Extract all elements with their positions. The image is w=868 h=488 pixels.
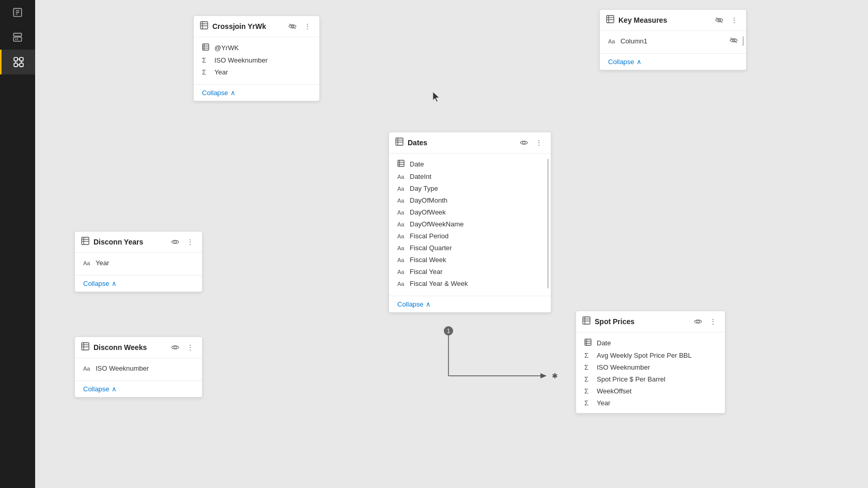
sigma-icon-sp4: Σ xyxy=(584,387,593,395)
text-icon-km: Aa xyxy=(608,38,616,44)
spot-prices-field-spotprice-label: Spot Price $ Per Barrel xyxy=(597,375,665,383)
sidebar-item-report[interactable] xyxy=(0,0,35,25)
crossjoin-eye-btn[interactable] xyxy=(286,22,299,30)
text-icon-9: Aa xyxy=(397,269,406,275)
dates-table-icon xyxy=(395,138,404,148)
dates-field-date: Date xyxy=(389,158,551,171)
dates-field-dayofmonth: Aa DayOfMonth xyxy=(389,194,551,206)
key-measures-field-column1-label: Column1 xyxy=(621,37,647,45)
sidebar xyxy=(0,0,35,488)
crossjoin-body: @YrWK Σ ISO Weeknumber Σ Year xyxy=(194,37,319,82)
key-measures-collapse-btn[interactable]: Collapse ∧ xyxy=(608,58,642,66)
dates-field-fiscalquarter: Aa Fiscal Quarter xyxy=(389,242,551,254)
disconn-years-collapse-btn[interactable]: Collapse ∧ xyxy=(83,280,117,287)
svg-rect-64 xyxy=(585,339,591,345)
disconn-years-title: Disconn Years xyxy=(94,238,165,246)
crossjoin-actions: ⋮ xyxy=(286,21,313,32)
sigma-icon-sp5: Σ xyxy=(584,399,593,407)
spot-prices-field-year-label: Year xyxy=(597,399,610,407)
key-measures-more-btn[interactable]: ⋮ xyxy=(729,15,740,25)
svg-text:✱: ✱ xyxy=(552,372,558,380)
svg-rect-32 xyxy=(396,138,403,145)
disconn-weeks-title: Disconn Weeks xyxy=(94,343,165,352)
dates-more-btn[interactable]: ⋮ xyxy=(533,138,545,148)
dates-field-daytype: Aa Day Type xyxy=(389,182,551,194)
svg-rect-8 xyxy=(14,57,18,61)
crossjoin-header: Crossjoin YrWk ⋮ xyxy=(194,16,319,37)
svg-marker-68 xyxy=(433,92,439,102)
dates-collapse-btn[interactable]: Collapse ∧ xyxy=(397,300,431,308)
disconn-years-body: Aa Year xyxy=(75,253,202,273)
spot-prices-field-avg: Σ Avg Weekly Spot Price Per BBL xyxy=(576,349,725,361)
key-measures-body: Aa Column1 xyxy=(600,31,746,51)
sidebar-item-data[interactable] xyxy=(0,25,35,50)
spot-prices-body: Date Σ Avg Weekly Spot Price Per BBL Σ I… xyxy=(576,332,725,413)
spot-prices-header: Spot Prices ⋮ xyxy=(576,311,725,332)
svg-rect-37 xyxy=(398,160,404,166)
key-measures-header: Key Measures ⋮ xyxy=(600,10,746,31)
crossjoin-more-btn[interactable]: ⋮ xyxy=(302,21,313,32)
key-icon-dates xyxy=(397,160,406,169)
svg-point-45 xyxy=(174,241,177,243)
spot-prices-field-date: Date xyxy=(576,337,725,349)
dates-field-fiscalquarter-label: Fiscal Quarter xyxy=(410,244,452,252)
key-measures-collapse-arrow: ∧ xyxy=(637,58,642,66)
crossjoin-field-iso: Σ ISO Weeknumber xyxy=(194,54,319,66)
disconn-weeks-eye-btn[interactable] xyxy=(169,343,181,352)
disconn-weeks-body: Aa ISO Weeknumber xyxy=(75,358,202,378)
dates-field-dayofweek: Aa DayOfWeek xyxy=(389,206,551,218)
spot-prices-more-btn[interactable]: ⋮ xyxy=(707,316,719,327)
key-measures-table-icon xyxy=(606,15,614,25)
dates-field-fiscalperiod-label: Fiscal Period xyxy=(410,232,448,240)
key-measures-column1-eye xyxy=(730,37,738,45)
text-icon-5: Aa xyxy=(397,221,406,227)
text-icon-8: Aa xyxy=(397,257,406,263)
svg-rect-10 xyxy=(14,63,18,67)
dates-field-fiscalyearweek: Aa Fiscal Year & Week xyxy=(389,278,551,289)
disconn-years-header: Disconn Years ⋮ xyxy=(75,232,202,253)
spot-prices-actions: ⋮ xyxy=(692,316,719,327)
dates-actions: ⋮ xyxy=(518,138,545,148)
dates-field-dateint-label: DateInt xyxy=(410,173,431,180)
disconn-weeks-actions: ⋮ xyxy=(169,342,196,353)
crossjoin-collapse-label: Collapse xyxy=(202,89,228,97)
crossjoin-card: Crossjoin YrWk ⋮ xyxy=(193,16,320,101)
disconn-years-eye-btn[interactable] xyxy=(169,238,181,246)
dates-scrollbar[interactable] xyxy=(547,159,549,288)
disconn-weeks-collapse-btn[interactable]: Collapse ∧ xyxy=(83,385,117,393)
dates-field-fiscalweek-label: Fiscal Week xyxy=(410,256,446,264)
dates-field-fiscalweek: Aa Fiscal Week xyxy=(389,254,551,266)
key-measures-actions: ⋮ xyxy=(713,15,740,25)
disconn-weeks-more-btn[interactable]: ⋮ xyxy=(184,342,196,353)
disconn-years-more-btn[interactable]: ⋮ xyxy=(184,237,196,247)
canvas: 1 ✱ Crossjoin YrWk xyxy=(35,0,868,488)
disconn-weeks-collapse-row: Collapse ∧ xyxy=(75,380,202,397)
dates-field-fiscalyearweek-label: Fiscal Year & Week xyxy=(410,280,468,287)
crossjoin-collapse-btn[interactable]: Collapse ∧ xyxy=(202,89,236,97)
sidebar-item-model[interactable] xyxy=(0,50,35,74)
disconn-years-actions: ⋮ xyxy=(169,237,196,247)
key-measures-scrollbar[interactable] xyxy=(742,36,744,46)
svg-point-63 xyxy=(697,321,700,323)
text-icon-6: Aa xyxy=(397,233,406,239)
svg-rect-41 xyxy=(82,237,89,245)
disconn-years-field-year: Aa Year xyxy=(75,257,202,269)
svg-rect-22 xyxy=(200,22,208,29)
cursor xyxy=(433,92,441,102)
svg-text:1: 1 xyxy=(447,328,450,334)
dates-field-dayofweekname-label: DayOfWeekName xyxy=(410,220,464,228)
spot-prices-eye-btn[interactable] xyxy=(692,317,704,326)
svg-rect-51 xyxy=(607,16,614,23)
crossjoin-field-yrwk-label: @YrWK xyxy=(214,44,239,52)
key-measures-eye-btn[interactable] xyxy=(713,16,725,24)
key-measures-card: Key Measures ⋮ Aa Column1 xyxy=(599,9,747,70)
dates-eye-btn[interactable] xyxy=(518,139,530,147)
dates-title: Dates xyxy=(408,139,514,147)
svg-rect-59 xyxy=(583,317,590,324)
svg-rect-46 xyxy=(82,343,89,350)
text-icon-4: Aa xyxy=(397,209,406,216)
dates-collapse-row: Collapse ∧ xyxy=(389,296,551,312)
disconn-years-field-year-label: Year xyxy=(96,259,109,267)
dates-body: Date Aa DateInt Aa Day Type Aa DayOfMont… xyxy=(389,154,551,294)
text-icon-1: Aa xyxy=(397,174,406,180)
